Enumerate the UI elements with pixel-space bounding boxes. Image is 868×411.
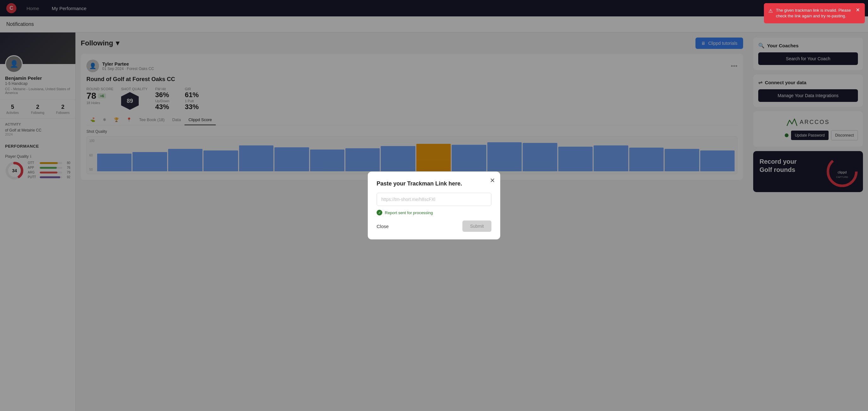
success-checkmark-icon: ✓ <box>377 210 382 215</box>
modal-success-message: ✓ Report sent for processing <box>377 210 491 215</box>
error-toast-close-button[interactable]: ✕ <box>856 7 860 12</box>
error-toast-message: The given trackman link is invalid. Plea… <box>776 7 852 19</box>
warning-icon: ⚠ <box>768 7 773 14</box>
modal-close-x-button[interactable]: ✕ <box>490 177 495 184</box>
trackman-modal: ✕ Paste your Trackman Link here. ✓ Repor… <box>368 171 500 240</box>
modal-close-button[interactable]: Close <box>377 224 389 229</box>
modal-footer: Close Submit <box>377 220 491 232</box>
modal-overlay: ✕ Paste your Trackman Link here. ✓ Repor… <box>0 0 868 411</box>
error-toast: ⚠ The given trackman link is invalid. Pl… <box>764 3 865 23</box>
trackman-link-input[interactable] <box>377 193 491 206</box>
modal-title: Paste your Trackman Link here. <box>377 181 491 187</box>
modal-submit-button[interactable]: Submit <box>462 220 491 232</box>
